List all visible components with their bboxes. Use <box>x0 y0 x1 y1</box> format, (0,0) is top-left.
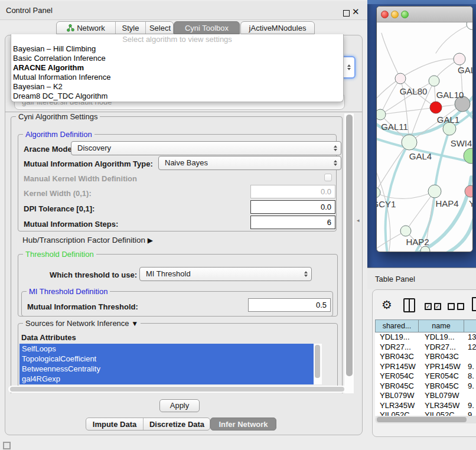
table-scrollbar-thumb[interactable] <box>377 417 467 422</box>
minimize-traffic-light[interactable] <box>391 11 399 18</box>
kernel-width-field[interactable]: 0.0 <box>250 185 335 198</box>
screen: Control Panel ✕ Network Style Select Cyn… <box>0 0 476 450</box>
algorithm-dropdown-placeholder: Select algorithm to view settings <box>11 34 343 44</box>
tab-select[interactable]: Select <box>145 22 174 34</box>
table-cell: YDR27... <box>375 343 419 353</box>
network-graph[interactable]: GAL80GAL10GALGAL1GAL11SWI4GAL4GCY1HAP4YH… <box>377 22 472 252</box>
table-row[interactable]: YER054CYER054C8. <box>375 371 476 381</box>
table-cell <box>464 391 476 401</box>
tab-infer-network[interactable]: Infer Network <box>210 418 276 431</box>
network-node[interactable] <box>430 102 442 113</box>
attribute-item[interactable]: gal4RGexp <box>19 374 322 384</box>
split-columns-icon[interactable] <box>403 298 415 312</box>
close-icon[interactable]: ✕ <box>352 6 360 17</box>
tab-cyni-toolbox[interactable]: Cyni Toolbox <box>174 21 240 34</box>
network-edge <box>436 24 472 53</box>
network-window-titlebar[interactable] <box>377 6 472 22</box>
cyni-algorithm-settings-title: Cyni Algorithm Settings <box>16 113 100 121</box>
column-header[interactable]: A <box>464 319 476 332</box>
node-label: HAP2 <box>406 237 429 247</box>
data-attributes-list: SelfLoopsTopologicalCoefficientBetweenne… <box>19 344 322 384</box>
table-row[interactable]: YBR045CYBR045C9. <box>375 381 476 392</box>
sources-title[interactable]: Sources for Network Inference ▼ <box>23 319 141 328</box>
dpi-tolerance-field[interactable]: 0.0 <box>250 200 335 214</box>
algorithm-option[interactable]: Basic Correlation Inference <box>11 54 343 63</box>
mi-type-combo[interactable]: Naive Bayes <box>158 156 341 170</box>
network-view-window[interactable]: GAL80GAL10GALGAL1GAL11SWI4GAL4GCY1HAP4YH… <box>376 6 473 252</box>
mi-steps-field[interactable]: 6 <box>250 216 335 229</box>
node-label: HAP4 <box>435 198 458 208</box>
minimized-panel-icon[interactable] <box>3 442 11 449</box>
network-node[interactable] <box>395 73 406 84</box>
gear-icon[interactable]: ⚙ <box>382 299 392 311</box>
algorithm-dropdown-list: Bayesian – Hill ClimbingBasic Correlatio… <box>11 44 343 101</box>
attributes-scrollbar-thumb[interactable] <box>315 345 320 378</box>
network-edge <box>380 79 400 115</box>
table-row[interactable]: YDR27...YDR27...12 <box>375 343 476 353</box>
aracne-mode-combo[interactable]: Discovery <box>71 141 341 155</box>
table-row[interactable]: YDL19...YDL19...13 <box>375 332 476 343</box>
which-threshold-value: MI Threshold <box>146 269 191 278</box>
network-node[interactable] <box>428 185 441 198</box>
table-panel-title: Table Panel <box>375 275 415 283</box>
hub-definition-toggle[interactable]: Hub/Transcription Factor Definition ▶ <box>22 236 153 244</box>
document-icon[interactable] <box>472 297 476 311</box>
tab-discretize-data[interactable]: Discretize Data <box>143 418 210 430</box>
network-node[interactable] <box>429 76 439 86</box>
network-node[interactable] <box>400 226 411 236</box>
unchecked-checkbox-icon[interactable] <box>457 303 464 310</box>
table-cell: YPR145W <box>375 362 419 372</box>
algorithm-option[interactable]: Bayesian – K2 <box>11 82 343 92</box>
tab-jactivemnodules[interactable]: jActiveMNodules <box>240 21 315 34</box>
mi-type-label: Mutual Information Algorithm Type: <box>24 159 153 168</box>
network-node[interactable] <box>402 135 417 150</box>
network-node[interactable] <box>377 109 386 120</box>
table-cell: YLR345W <box>375 401 419 411</box>
algorithm-option[interactable]: ARACNE Algorithm <box>11 63 343 73</box>
tab-impute-data[interactable]: Impute Data <box>86 418 143 430</box>
tab-network[interactable]: Network <box>57 22 115 34</box>
checked-checkbox-icon[interactable]: ✓ <box>434 303 441 310</box>
split-pane-collapse-icon[interactable]: ◂ <box>357 217 360 223</box>
table-row[interactable]: YBL079WYBL079W <box>375 391 476 401</box>
attribute-item[interactable]: SelfLoops <box>19 344 322 354</box>
spinner-arrows-icon <box>347 64 351 70</box>
apply-button[interactable]: Apply <box>159 399 200 412</box>
table-cell: 13 <box>464 332 476 343</box>
chevron-down-icon: ▼ <box>131 319 138 328</box>
float-window-icon[interactable] <box>343 10 350 17</box>
table-row[interactable]: YIL052CYIL052C9 <box>375 410 476 416</box>
checked-checkbox-icon[interactable]: ✓ <box>425 303 432 310</box>
algorithm-option[interactable]: Dream8 DC_TDC Algorithm <box>11 92 343 101</box>
horizontal-scrollbar-thumb[interactable] <box>10 387 344 392</box>
table-cell: YDL19... <box>375 332 419 343</box>
table-row[interactable]: YLR345WYLR345W9. <box>375 401 476 411</box>
table-cell: YBR043C <box>375 352 419 362</box>
table-cell <box>464 352 476 362</box>
column-header[interactable]: name <box>419 319 464 332</box>
node-label: GAL1 <box>437 115 459 125</box>
which-threshold-combo[interactable]: MI Threshold <box>139 267 312 281</box>
attribute-item[interactable]: BetweennessCentrality <box>19 364 322 374</box>
node-label: GAL10 <box>436 90 464 100</box>
table-row[interactable]: YPR145WYPR145W9. <box>375 362 476 372</box>
zoom-traffic-light[interactable] <box>401 11 409 18</box>
attribute-item[interactable]: TopologicalCoefficient <box>19 354 322 364</box>
table-row[interactable]: YBR043CYBR043C <box>375 352 476 362</box>
tab-style[interactable]: Style <box>115 22 145 34</box>
node-label: Y <box>469 198 472 208</box>
algorithm-option[interactable]: Bayesian – Hill Climbing <box>11 44 343 54</box>
column-header[interactable]: shared... <box>375 319 419 332</box>
network-node[interactable] <box>467 22 472 30</box>
network-edge <box>382 33 400 79</box>
network-node[interactable] <box>377 187 380 198</box>
node-label: GAL <box>458 65 472 75</box>
close-traffic-light[interactable] <box>381 11 389 18</box>
vertical-scrollbar-thumb[interactable] <box>346 115 353 376</box>
manual-kernel-checkbox[interactable] <box>324 174 332 181</box>
algorithm-option[interactable]: Mutual Information Inference <box>11 73 343 82</box>
mi-threshold-field[interactable]: 0.5 <box>248 298 331 312</box>
unchecked-checkbox-icon[interactable] <box>448 303 455 310</box>
network-node[interactable] <box>454 53 465 65</box>
chevron-right-icon: ▶ <box>148 236 153 244</box>
